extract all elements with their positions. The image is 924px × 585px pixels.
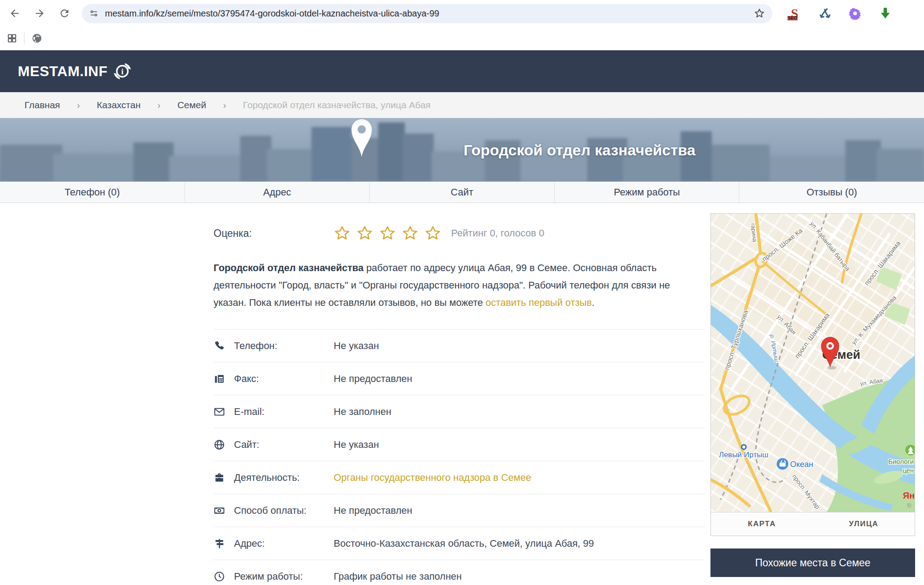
detail-value: Не указан [334,439,705,451]
breadcrumb-separator: › [77,100,80,110]
breadcrumb-semey[interactable]: Семей [178,100,206,110]
phone-icon [214,340,234,352]
content-area: Оценка: Рейтинг 0, голосов 0 Городской о… [0,203,924,585]
detail-value: Не предоставлен [334,505,705,516]
forward-icon[interactable] [32,6,47,21]
similar-places-header: Похожие места в Семее [710,548,915,577]
breadcrumb-kazakhstan[interactable]: Казахстан [97,100,141,110]
detail-value: Не указан [334,340,705,352]
browser-toolbar: mestam.info/kz/semei/mesto/3795474-gorod… [0,0,924,27]
map-poi-dot [742,445,746,449]
breadcrumb-separator: › [157,100,161,110]
page-title: Городской отдел казначейства [464,141,695,158]
site-logo-icon: i [112,61,133,81]
url-text[interactable]: mestam.info/kz/semei/mesto/3795474-gorod… [105,8,439,19]
yandex-logo: Ян [903,491,915,500]
bookmarks-bar [0,27,924,50]
browser-window: mestam.info/kz/semei/mesto/3795474-gorod… [0,0,924,585]
activity-link[interactable]: Органы государственного надзора в Семее [334,472,531,483]
tab-hours[interactable]: Режим работы [555,182,740,203]
clock-icon [214,571,234,582]
hero-banner: Городской отдел казначейства [0,118,924,182]
map[interactable]: гарина просп. Шоже Ка ул. Кабанбай батыр… [711,214,915,512]
map-card: гарина просп. Шоже Ка ул. Кабанбай батыр… [710,213,915,536]
rating-label: Оценка: [214,228,334,240]
globe-favicon[interactable] [32,33,42,44]
bookmark-star-icon[interactable] [754,8,765,19]
similar-places-title: Похожие места в Семее [755,557,870,569]
detail-label: Телефон: [234,340,334,352]
detail-row-activity: Деятельность: Органы государственного на… [214,461,705,494]
map-view-button[interactable]: КАРТА [711,512,813,536]
reload-icon[interactable] [57,6,72,21]
street-view-button[interactable]: УЛИЦА [813,512,915,536]
banknote-icon [214,505,234,516]
gear-extension-icon[interactable] [847,5,863,21]
map-poi-label: Биологи [888,458,914,465]
site-logo[interactable]: MESTAM.INF [18,63,108,80]
star-icon[interactable] [424,225,441,242]
detail-label: Сайт: [234,439,334,451]
address-bar[interactable]: mestam.info/kz/semei/mesto/3795474-gorod… [82,4,772,23]
rating-summary: Рейтинг 0, голосов 0 [451,228,544,239]
detail-label: Деятельность: [234,472,334,483]
detail-value: Не заполнен [334,406,705,418]
star-icon[interactable] [334,225,351,242]
email-icon [214,406,234,418]
tab-reviews[interactable]: Отзывы (0) [739,182,924,203]
detail-value: График работы не заполнен [334,571,705,582]
map-copyright: © [907,503,911,509]
detail-row-email: E-mail: Не заполнен [214,395,705,428]
map-poi-label: Океан [790,460,813,469]
map-poi-label: Левый Иртыш [719,451,768,459]
city-skyline-image [0,118,924,182]
detail-row-website: Сайт: Не указан [214,428,705,461]
detail-label: Режим работы: [234,571,334,582]
description: Городской отдел казначейства работает по… [214,259,705,311]
bookmarks-divider [24,32,24,44]
detail-label: Способ оплаты: [234,505,334,516]
detail-label: Факс: [234,373,334,385]
breadcrumb: Главная › Казахстан › Семей › Городской … [0,92,924,118]
signpost-icon [214,538,234,549]
first-review-link[interactable]: оставить первый отзыв [486,297,592,308]
svg-text:i: i [121,67,123,76]
globe-icon [214,439,234,451]
map-toggle-bar: КАРТА УЛИЦА [711,512,915,536]
section-tabs: Телефон (0) Адрес Сайт Режим работы Отзы… [0,182,924,203]
tab-website[interactable]: Сайт [370,182,555,203]
star-icon[interactable] [356,225,373,242]
seo-extension-icon[interactable]: S SEO [787,5,803,21]
main-column: Оценка: Рейтинг 0, голосов 0 Городской о… [214,203,705,585]
map-poi-label: цен [903,467,914,474]
rating-row: Оценка: Рейтинг 0, голосов 0 [214,221,705,246]
tab-phone[interactable]: Телефон (0) [0,182,185,203]
tab-address[interactable]: Адрес [185,182,370,203]
detail-value: Восточно-Казахстанская область, Семей, у… [334,538,705,549]
star-icon[interactable] [402,225,419,242]
download-extension-icon[interactable] [877,5,893,21]
site-header: MESTAM.INF i [0,50,924,92]
fax-icon [214,373,234,385]
breadcrumb-home[interactable]: Главная [24,100,60,110]
fork-extension-icon[interactable] [817,5,833,21]
star-rating-widget[interactable] [334,225,441,242]
detail-label: Адрес: [234,538,334,549]
breadcrumb-separator: › [223,100,226,110]
detail-row-phone: Телефон: Не указан [214,329,705,362]
briefcase-icon [214,472,234,483]
detail-row-payment: Способ оплаты: Не предоставлен [214,494,705,527]
site-settings-icon[interactable] [89,8,99,18]
shop-poi-icon [777,458,788,470]
detail-value: Не предоставлен [334,373,705,385]
details-table: Телефон: Не указан Факс: Не предоставлен… [214,329,705,585]
breadcrumb-current: Городской отдел казначейства, улица Абая [243,100,431,110]
detail-row-hours: Режим работы: График работы не заполнен [214,560,705,585]
detail-row-fax: Факс: Не предоставлен [214,362,705,395]
detail-label: E-mail: [234,406,334,418]
star-icon[interactable] [379,225,396,242]
description-period: . [592,297,594,308]
back-icon[interactable] [7,6,22,21]
map-pin-icon [348,118,375,160]
apps-grid-icon[interactable] [7,33,17,43]
